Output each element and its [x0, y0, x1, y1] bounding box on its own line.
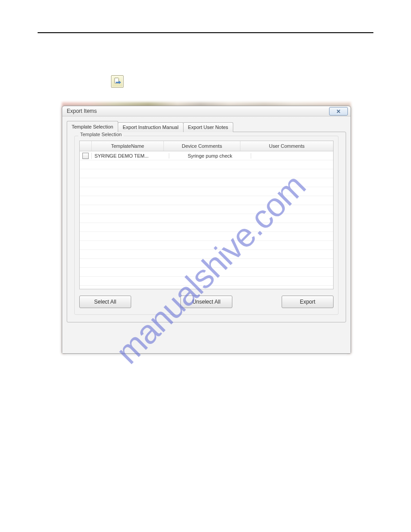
export-items-dialog: Export Items ✕ Template Selection Export…: [62, 106, 351, 354]
row-template-name: SYRINGE DEMO TEM...: [92, 153, 169, 159]
export-dialog-region: Export Items ✕ Template Selection Export…: [62, 102, 351, 354]
header-checkbox-column: [80, 141, 92, 151]
unselect-all-button[interactable]: Unselect All: [180, 296, 232, 308]
select-all-button[interactable]: Select All: [79, 296, 131, 308]
header-device-comments[interactable]: Device Comments: [164, 141, 240, 151]
tab-label: Template Selection: [72, 124, 113, 129]
tab-strip: Template Selection Export Instruction Ma…: [67, 121, 346, 132]
grid-header-row: TemplateName Device Comments User Commen…: [80, 141, 333, 151]
group-box-label: Template Selection: [78, 132, 124, 137]
header-user-comments[interactable]: User Comments: [240, 141, 333, 151]
export-icon: [111, 75, 124, 88]
tab-template-selection[interactable]: Template Selection: [67, 121, 118, 132]
button-row: Select All Unselect All Export: [79, 296, 334, 308]
tab-panel-template-selection: Template Selection TemplateName Device C…: [67, 132, 346, 322]
grid-body: SYRINGE DEMO TEM... Syringe pump check: [80, 151, 333, 289]
header-template-name[interactable]: TemplateName: [92, 141, 164, 151]
button-label: Select All: [94, 299, 116, 305]
tab-export-instruction-manual[interactable]: Export Instruction Manual: [118, 122, 184, 132]
row-checkbox-cell[interactable]: [80, 153, 92, 159]
close-button[interactable]: ✕: [329, 107, 348, 116]
page-top-rule: [38, 32, 373, 33]
tab-label: Export User Notes: [188, 124, 228, 130]
row-device-comments: Syringe pump check: [169, 153, 251, 159]
title-bar: Export Items ✕: [62, 106, 351, 116]
table-row[interactable]: SYRINGE DEMO TEM... Syringe pump check: [80, 151, 333, 160]
dialog-body: Template Selection Export Instruction Ma…: [62, 116, 351, 353]
button-label: Unselect All: [193, 299, 221, 305]
checkbox-icon[interactable]: [82, 153, 89, 159]
grid-lines: [80, 151, 333, 289]
dialog-title: Export Items: [67, 108, 97, 114]
tab-export-user-notes[interactable]: Export User Notes: [183, 122, 233, 132]
close-icon: ✕: [336, 108, 341, 115]
template-selection-group: Template Selection TemplateName Device C…: [74, 136, 338, 315]
button-label: Export: [300, 299, 316, 305]
tab-label: Export Instruction Manual: [123, 124, 179, 130]
templates-grid: TemplateName Device Comments User Commen…: [79, 141, 334, 289]
export-button[interactable]: Export: [282, 296, 334, 308]
